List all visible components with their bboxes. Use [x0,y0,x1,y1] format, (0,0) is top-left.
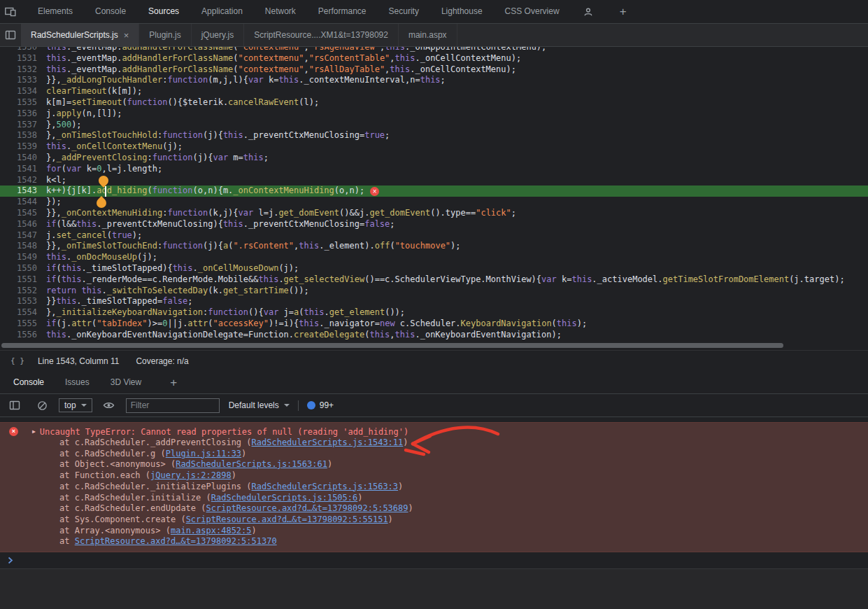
code-text[interactable]: clearTimeout(k[m]); [46,86,142,97]
tab-console[interactable]: Console [84,0,137,23]
line-number[interactable]: 1553 [0,296,46,307]
code-text[interactable]: this._eventMap.addHandlerForClassName("c… [46,47,546,53]
line-number[interactable]: 1535 [0,97,46,108]
add-drawer-tab-icon[interactable]: + [164,377,183,388]
line-number[interactable]: 1544 [0,197,46,208]
code-text[interactable]: this._eventMap.addHandlerForClassName("c… [46,53,521,64]
source-editor[interactable]: 1530this._eventMap.addHandlerForClassNam… [0,47,868,350]
pretty-print-button[interactable]: { } [6,354,29,368]
file-tab-main-aspx[interactable]: main.aspx [399,24,457,46]
line-number[interactable]: 1550 [0,263,46,274]
line-number[interactable]: 1541 [0,164,46,175]
tab-sources[interactable]: Sources [137,0,190,23]
code-text[interactable]: k++){j[k].add_hiding(function(o,n){m._on… [46,186,364,197]
code-text[interactable]: return this._switchToSelectedDay(k.get_s… [46,286,309,297]
console-prompt[interactable] [0,552,868,569]
line-number[interactable]: 1542 [0,175,46,186]
line-number[interactable]: 1554 [0,307,46,318]
stack-link[interactable]: RadSchedulerScripts.js:1563:3 [252,482,399,491]
line-number[interactable]: 1538 [0,130,46,141]
stack-link[interactable]: RadSchedulerScripts.js:1543:11 [252,438,404,447]
file-tab-plugin-js[interactable]: Plugin.js [139,24,191,46]
stack-link[interactable]: jQuery.js:2:2898 [150,470,232,480]
line-number[interactable]: 1552 [0,286,46,297]
tab-lighthouse[interactable]: Lighthouse [430,0,494,23]
code-text[interactable]: }},_onContextMenuHiding:function(k,j){va… [46,208,516,219]
stack-link[interactable]: RadSchedulerScripts.js:1505:6 [211,493,358,503]
line-number[interactable]: 1533 [0,75,46,86]
line-number[interactable]: 1546 [0,219,46,230]
code-text[interactable]: if(l&&this._preventCtxMenuClosing){this.… [46,219,395,230]
stack-link[interactable]: RadSchedulerScripts.js:1563:61 [176,459,327,469]
code-text[interactable]: if(this._renderMode==c.RenderMode.Mobile… [46,274,845,286]
tab-css-overview[interactable]: CSS Overview [494,0,571,23]
stack-link[interactable]: ScriptResource.axd?d…&t=13798092:5:51370 [75,536,277,546]
code-text[interactable]: }},_addLongTouchHandler:function(m,j,l){… [46,75,446,86]
tab-network[interactable]: Network [254,0,307,23]
drawer-tab-console[interactable]: Console [3,371,55,393]
line-number[interactable]: 1534 [0,86,46,97]
drawer-tab-issues[interactable]: Issues [55,371,100,393]
code-text[interactable]: }); [46,197,62,208]
tab-security[interactable]: Security [378,0,430,23]
code-text[interactable]: j.set_cancel(true); [46,230,142,241]
line-number[interactable]: 1530 [0,47,46,53]
line-number[interactable]: 1543 [0,186,46,197]
line-number[interactable]: 1555 [0,318,46,330]
line-number[interactable]: 1549 [0,252,46,263]
code-text[interactable]: },_onTimeSlotTouchHold:function(j){this.… [46,130,390,141]
file-tab-scriptresource-xm1-t-13798092[interactable]: ScriptResource....XM1&t=13798092 [244,24,399,46]
code-text[interactable]: this._onKeyboardEventNavigationDelegate=… [46,330,562,341]
code-line: 1533}},_addLongTouchHandler:function(m,j… [0,75,868,86]
message-count-badge[interactable]: 99+ [307,400,334,410]
code-text[interactable]: }}this._timeSlotTapped=false; [46,296,193,307]
line-number[interactable]: 1551 [0,274,46,286]
code-text[interactable]: this._eventMap.addHandlerForClassName("c… [46,64,516,76]
stack-link[interactable]: Plugin.js:11:33 [166,449,241,458]
line-number[interactable]: 1537 [0,120,46,131]
code-text[interactable]: },_addPreventClosing:function(j){var m=t… [46,153,269,164]
profile-button[interactable] [578,2,599,22]
stack-link[interactable]: ScriptResource.axd?d…&t=13798092:5:53689 [206,503,408,513]
horizontal-scrollbar-thumb[interactable] [1,343,783,348]
add-panel-icon[interactable]: + [614,6,632,18]
stack-link[interactable]: main.aspx:4852:5 [171,526,252,536]
navigator-toggle-button[interactable] [0,24,21,46]
code-text[interactable]: if(this._timeSlotTapped){this._onCellMou… [46,263,299,274]
file-tab-jquery-js[interactable]: jQuery.js [192,24,244,46]
tab-elements[interactable]: Elements [27,0,84,23]
log-levels-dropdown[interactable]: Default levels [229,400,290,410]
line-number[interactable]: 1540 [0,153,46,164]
code-text[interactable]: k[m]=setTimeout(function(){$telerik.canc… [46,97,319,108]
javascript-context-selector[interactable]: top [59,398,92,412]
drawer-tab-3d-view[interactable]: 3D View [100,371,152,393]
line-number[interactable]: 1556 [0,330,46,341]
device-toolbar-button[interactable] [0,2,21,22]
code-text[interactable]: },500); [46,120,82,131]
line-number[interactable]: 1536 [0,108,46,120]
code-text[interactable]: this._onDocMouseUp(j); [46,252,157,263]
line-number[interactable]: 1548 [0,241,46,252]
disclosure-triangle-icon[interactable]: ▶ [32,428,36,435]
close-icon[interactable]: × [124,31,129,40]
line-number[interactable]: 1547 [0,230,46,241]
line-number[interactable]: 1545 [0,208,46,219]
line-number[interactable]: 1531 [0,53,46,64]
code-text[interactable]: }},_onTimeSlotTouchEnd:function(j){a(".r… [46,241,461,252]
tab-performance[interactable]: Performance [307,0,378,23]
console-sidebar-toggle-button[interactable] [4,396,25,415]
live-expression-button[interactable] [99,396,120,415]
code-text[interactable]: },_initializeKeyboardNavigation:function… [46,307,405,318]
file-tab-radschedulerscripts-js[interactable]: RadSchedulerScripts.js× [21,24,139,46]
code-text[interactable]: if(j.attr("tabIndex")>=0||j.attr("access… [46,318,587,330]
console-filter-input[interactable] [126,398,220,413]
code-text[interactable]: for(var k=0,l=j.length; [46,164,162,175]
code-text[interactable]: j.apply(n,[l]); [46,108,122,120]
tab-application[interactable]: Application [190,0,254,23]
clear-console-button[interactable] [31,396,52,415]
line-number[interactable]: 1539 [0,141,46,153]
code-text[interactable]: this._onCellContextMenu(j); [46,141,183,153]
stack-link[interactable]: ScriptResource.axd?d…&t=13798092:5:55151 [186,514,388,524]
code-text[interactable]: k<l; [46,175,66,186]
line-number[interactable]: 1532 [0,64,46,76]
